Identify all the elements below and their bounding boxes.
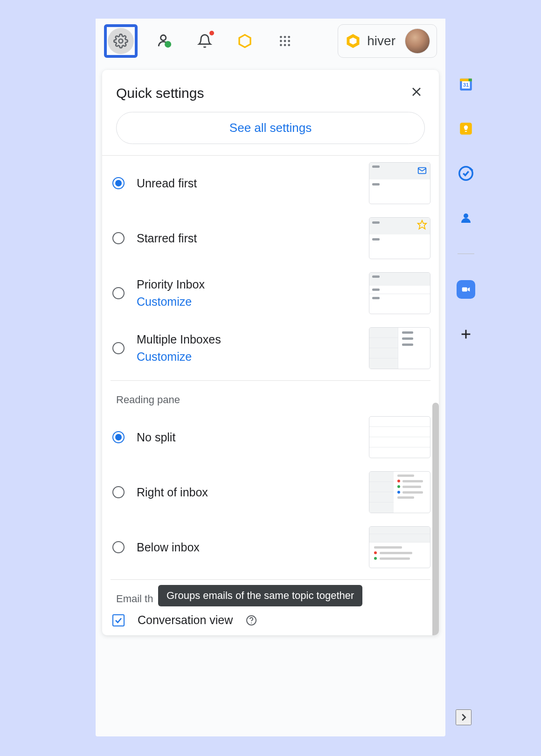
option-label: Right of inbox [137, 486, 364, 499]
notifications-button[interactable] [192, 28, 218, 54]
svg-marker-31 [468, 287, 470, 291]
svg-point-1 [161, 35, 166, 40]
svg-point-0 [119, 39, 123, 43]
close-icon [411, 86, 422, 97]
apps-grid-icon [279, 35, 291, 47]
preview-no-split [369, 416, 430, 458]
checkbox-conversation-view[interactable] [112, 614, 125, 626]
chevron-right-icon [458, 712, 469, 722]
reading-pane-option-right[interactable]: Right of inbox [102, 465, 439, 520]
svg-marker-18 [418, 220, 426, 229]
inbox-type-option-starred[interactable]: Starred first [102, 211, 439, 266]
calendar-app-icon[interactable]: 31 [457, 75, 475, 93]
svg-marker-3 [239, 35, 250, 48]
gear-highlight [104, 24, 138, 58]
radio-right-of-inbox[interactable] [112, 486, 125, 498]
preview-right-of-inbox [369, 471, 430, 513]
side-panel-toggle[interactable] [456, 709, 472, 725]
preview-unread-first [369, 162, 430, 204]
rail-divider [458, 254, 474, 254]
svg-point-29 [464, 213, 468, 218]
conversation-view-tooltip: Groups emails of the same topic together [158, 585, 362, 606]
gear-icon [113, 34, 128, 48]
svg-point-4 [280, 36, 282, 38]
option-label: Starred first [137, 232, 364, 245]
radio-unread-first[interactable] [112, 177, 125, 189]
preview-priority-inbox [369, 272, 430, 314]
person-icon [157, 33, 173, 49]
preview-starred-first [369, 217, 430, 259]
hiver-button[interactable] [232, 28, 258, 54]
customize-link[interactable]: Customize [137, 350, 364, 364]
radio-priority-inbox[interactable] [112, 287, 125, 299]
svg-point-2 [165, 41, 171, 48]
email-threading-title-text: Email th [116, 593, 153, 605]
option-label: Priority Inbox [137, 278, 364, 291]
svg-point-12 [288, 44, 290, 46]
brand-pill[interactable]: hiver [338, 24, 437, 58]
side-rail: 31 [457, 75, 475, 344]
inbox-type-option-priority[interactable]: Priority Inbox Customize [102, 266, 439, 321]
brand-text: hiver [367, 34, 395, 48]
apps-button[interactable] [272, 28, 298, 54]
svg-point-11 [284, 44, 286, 46]
inbox-type-option-multiple[interactable]: Multiple Inboxes Customize [102, 321, 439, 376]
option-label: Unread first [137, 177, 364, 190]
svg-point-10 [280, 44, 282, 46]
tasks-app-icon[interactable] [457, 164, 475, 183]
settings-scroll-area: Unread first Starred first [102, 155, 439, 635]
preview-multiple-inboxes [369, 327, 430, 369]
svg-point-6 [288, 36, 290, 38]
svg-rect-25 [469, 79, 472, 82]
reading-pane-option-no-split[interactable]: No split [102, 410, 439, 465]
zoom-app-icon[interactable] [457, 280, 475, 299]
inbox-type-option-unread[interactable]: Unread first [102, 156, 439, 211]
close-button[interactable] [408, 83, 425, 103]
svg-point-9 [288, 40, 290, 42]
avatar[interactable] [405, 28, 430, 54]
hiver-logo-icon [345, 33, 361, 49]
settings-button[interactable] [108, 28, 134, 54]
svg-point-20 [251, 622, 252, 623]
plus-icon [459, 328, 472, 341]
panel-title: Quick settings [116, 85, 204, 101]
quick-settings-panel: Quick settings See all settings Unread f… [102, 70, 439, 635]
top-toolbar: hiver [96, 19, 445, 63]
contacts-app-icon[interactable] [457, 209, 475, 227]
reading-pane-option-below[interactable]: Below inbox [102, 520, 439, 575]
see-all-settings-button[interactable]: See all settings [116, 112, 425, 144]
reading-pane-title: Reading pane [102, 381, 439, 410]
add-app-button[interactable] [457, 325, 475, 344]
hiver-hex-icon [237, 34, 252, 48]
radio-multiple-inboxes[interactable] [112, 342, 125, 354]
svg-point-8 [284, 40, 286, 42]
svg-point-5 [284, 36, 286, 38]
help-icon[interactable] [246, 615, 257, 626]
svg-rect-30 [462, 287, 467, 291]
svg-point-7 [280, 40, 282, 42]
radio-below-inbox[interactable] [112, 541, 125, 553]
option-label: Below inbox [137, 541, 364, 554]
option-label: Multiple Inboxes [137, 333, 364, 346]
conversation-view-row[interactable]: Conversation view [102, 605, 439, 635]
notification-dot-icon [209, 31, 214, 35]
radio-starred-first[interactable] [112, 232, 125, 244]
svg-text:31: 31 [463, 82, 469, 88]
radio-no-split[interactable] [112, 431, 125, 443]
contacts-button[interactable] [152, 28, 178, 54]
preview-below-inbox [369, 526, 430, 568]
conversation-view-label: Conversation view [138, 613, 233, 627]
svg-line-28 [470, 168, 473, 171]
option-label: No split [137, 431, 364, 444]
customize-link[interactable]: Customize [137, 295, 364, 309]
checkmark-icon [114, 616, 123, 625]
keep-app-icon[interactable] [457, 119, 475, 138]
bell-icon [197, 34, 212, 48]
